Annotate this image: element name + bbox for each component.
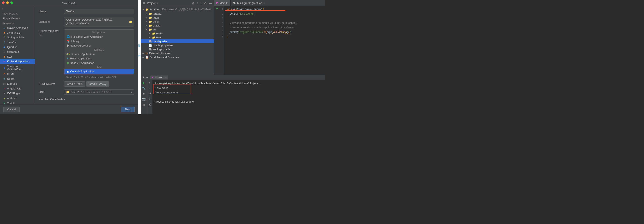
plugin-icon: ⊞ [3,92,6,95]
generators-header: Generators [0,21,35,26]
artifact-coordinates-toggle[interactable]: ▸ Artifact Coordinates [39,98,65,101]
form-area: Name: Location: /Users/petterp/Documents… [35,6,138,104]
gap: 终 方 [138,0,141,114]
info-icon[interactable]: ⓘ [40,33,42,36]
editor-panel: ◤Main.kt 🐘build.gradle (TestJar)× ▶ 1 2 … [214,0,325,75]
hide-icon[interactable]: — [209,2,212,5]
collapse-icon[interactable]: ≡ [196,2,198,5]
tree-item[interactable]: 🐘settings.gradle [141,47,214,51]
wrap-icon[interactable]: ⇄ [148,92,151,95]
javafx-icon: ❯ [3,41,6,44]
tree-item[interactable]: ▶📁test [141,36,214,40]
tree-item[interactable]: ▶📁gradle [141,24,214,28]
minimize-window-icon[interactable] [6,2,9,4]
tree-item[interactable]: ▶📁.idea [141,16,214,20]
maximize-window-icon[interactable] [10,2,13,4]
sidebar-item-quarkus[interactable]: ◉Quarkus [0,45,35,50]
sidebar-item-new-project[interactable]: New Project [0,11,35,16]
sidebar-item-react[interactable]: ⚛React [0,77,35,81]
close-icon[interactable]: × [165,76,166,79]
divide-icon[interactable]: ÷ [200,2,202,5]
html-icon: 5 [3,73,6,76]
template-native[interactable]: ⬢Native Application [64,43,134,48]
folder-icon: 📁 [149,12,152,15]
tree-item[interactable]: 📄gradle.properties [141,43,214,47]
sidebar-item-html[interactable]: 5HTML [0,72,35,77]
layout-icon[interactable]: ▥ [142,103,145,106]
build-gradle-kotlin[interactable]: Gradle Kotlin [64,81,85,87]
wrench-icon[interactable]: 🔧 [142,87,146,90]
tree-item[interactable]: ▼📁src [141,28,214,32]
node-icon: ⬢ [66,61,69,65]
code-editor[interactable]: ▶ 1 2 3 4 5 6 7 fun main(args: Array<Str… [214,6,325,75]
tree-root[interactable]: ▼ 📁 TestJar ~/Documents/工具/解码工具/ActionCl… [141,7,214,12]
folder-icon: 📁 [149,28,152,31]
sidebar-item-compose[interactable]: ◆Compose Multiplatform [0,64,35,72]
sidebar-item-spring[interactable]: ✿Spring Initializr [0,35,35,40]
location-input[interactable]: /Users/petterp/Documents/工具/解码工具/ActionC… [64,17,134,27]
run-toolbar-left2: ↑ ↓ ⇄ ⤓ 🖨 [147,80,152,114]
up-icon[interactable]: ↑ [149,81,150,85]
scroll-icon[interactable]: ⤓ [148,97,151,101]
template-react[interactable]: ⚛React Application [64,56,134,61]
sidebar-item-express[interactable]: exExpress [0,81,35,86]
close-window-icon[interactable] [2,2,4,4]
build-gradle-groovy[interactable]: Gradle Groovy [86,81,109,87]
sidebar-item-micronaut[interactable]: μMicronaut [0,50,35,54]
tree-item[interactable]: ▶📁.gradle [141,12,214,16]
jdk-label: JDK: [39,91,62,94]
name-label: Name: [39,10,62,13]
next-button[interactable]: Next [121,107,134,112]
chevron-down-icon: ▾ [131,91,132,94]
tab-build-gradle[interactable]: 🐘build.gradle (TestJar)× [230,0,268,6]
target-icon[interactable]: ⊕ [192,2,194,5]
sidebar-item-kotlin-mp[interactable]: ◤Kotlin Multiplatform [0,59,35,64]
folder-icon[interactable]: 📁 [129,20,132,23]
search-bar[interactable]: ⌕ [0,6,35,11]
jdk-select[interactable]: 📁 zulu-11 Azul Zulu version 11.0.13 ▾ [64,90,134,95]
name-input[interactable] [64,9,134,14]
console-output[interactable]: /Users/petterp/Library/Java/JavaVirtualM… [152,80,325,114]
sidebar-item-jakarta[interactable]: ◆Jakarta EE [0,30,35,35]
sidebar-item-maven[interactable]: mMaven Archetype [0,26,35,30]
sidebar-item-android[interactable]: ▲Android [0,96,35,101]
template-nodejs[interactable]: ⬢Node.JS Application [64,61,134,65]
cancel-button[interactable]: Cancel [3,107,20,112]
template-fullstack[interactable]: 🌐Full-Stack Web Application [64,35,134,39]
angular-icon: A [3,87,6,90]
folder-icon: 📁 [149,20,152,23]
template-library[interactable]: 📚Library [64,39,134,43]
run-tab[interactable]: ◤ MainKt × [150,76,168,80]
js-icon: JS [66,53,70,56]
gear-icon[interactable]: ⚙ [204,2,207,5]
sidebar-item-ktor[interactable]: ◆Ktor [0,54,35,59]
run-gutter-icon[interactable]: ▶ [214,7,220,10]
folder-icon: 📁 [146,8,149,11]
stop-icon[interactable]: ■ [143,92,144,95]
template-browser[interactable]: JSBrowser Application [64,52,134,56]
template-description: Simple "Hello World!" application with K… [64,75,134,78]
tree-item[interactable]: ▶📁main [141,32,214,36]
sidebar-item-empty-project[interactable]: Empty Project [0,16,35,21]
chevron-down-icon[interactable]: ▾ [157,2,158,5]
spring-icon: ✿ [3,36,6,39]
tree-scratches[interactable]: ▶📋Scratches and Consoles [141,55,214,59]
tree-item-build-gradle[interactable]: 🐘build.gradle [141,40,214,43]
tree-item[interactable]: ▶📁build [141,20,214,24]
camera-icon[interactable]: 📷 [142,97,146,101]
code-content[interactable]: fun main(args: Array<String>) { println(… [224,6,325,75]
sidebar-item-javafx[interactable]: ❯JavaFX [0,40,35,45]
sidebar-item-ide-plugin[interactable]: ⊞IDE Plugin [0,91,35,96]
template-console[interactable]: ▣Console Application [64,69,134,74]
express-icon: ex [3,82,6,85]
print-icon[interactable]: 🖨 [148,103,151,106]
down-icon[interactable]: ↓ [149,87,150,90]
rerun-icon[interactable]: ▶ [143,81,145,85]
tree-external-libs[interactable]: ▶⫿⫿External Libraries [141,51,214,55]
location-label: Location: [39,20,62,23]
tab-main-kt[interactable]: ◤Main.kt [214,0,230,6]
sidebar-item-vue[interactable]: VVue.js [0,101,35,104]
close-icon[interactable]: × [264,2,265,5]
section-multiplatform: Multiplatform [64,31,134,35]
sidebar-item-angular[interactable]: AAngular CLI [0,86,35,91]
